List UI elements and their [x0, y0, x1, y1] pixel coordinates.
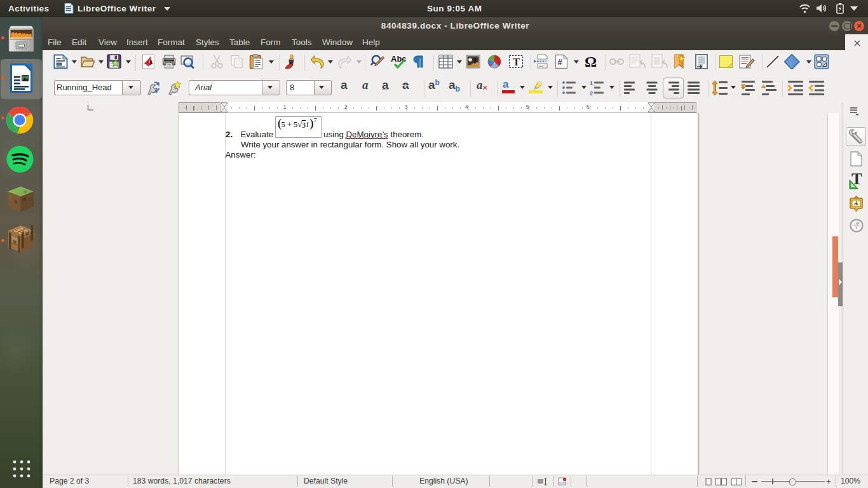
svg-text:#: #	[558, 57, 563, 67]
svg-text:2: 2	[590, 90, 593, 96]
svg-text:1: 1	[590, 80, 593, 86]
svg-text:T: T	[513, 56, 520, 68]
svg-text:Ω: Ω	[585, 54, 597, 69]
